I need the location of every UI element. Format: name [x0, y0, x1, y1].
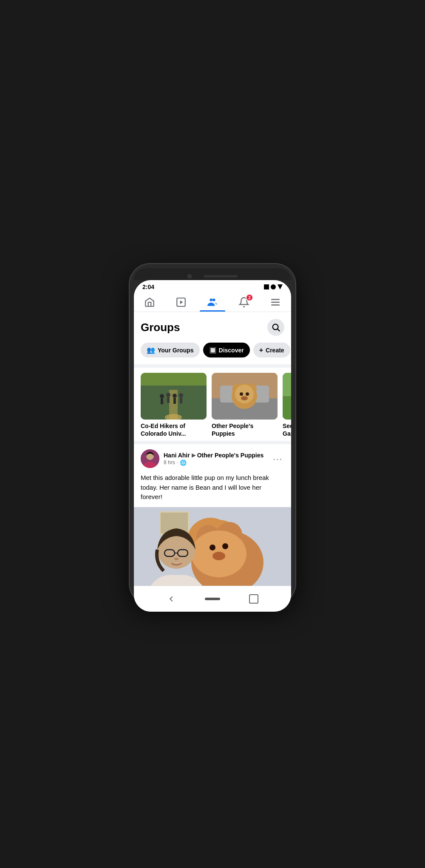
signal-icon	[271, 284, 276, 289]
recents-button[interactable]	[246, 591, 261, 607]
svg-point-15	[166, 393, 170, 397]
wifi-icon	[278, 284, 283, 289]
nav-menu[interactable]	[260, 292, 291, 312]
post-avatar	[141, 449, 159, 468]
svg-point-7	[273, 324, 278, 330]
post-header: Hani Ahir ▶ Other People's Puppies 8 hrs…	[134, 444, 291, 473]
svg-line-8	[278, 329, 280, 331]
your-groups-label: Your Groups	[158, 347, 194, 354]
post-author-line: Hani Ahir ▶ Other People's Puppies	[164, 452, 267, 459]
filter-discover[interactable]: 🔲 Discover	[203, 343, 250, 357]
post-time: 8 hrs	[164, 460, 175, 465]
create-icon: +	[259, 346, 263, 354]
svg-marker-1	[180, 301, 183, 304]
nav-watch[interactable]	[165, 292, 197, 312]
svg-point-27	[235, 385, 254, 403]
svg-point-19	[179, 393, 183, 397]
group-name-garden: Secrets to Seasonal Gard...	[283, 422, 291, 437]
discover-icon: 🔲	[209, 347, 216, 354]
phone-screen: 2:04	[134, 280, 291, 612]
search-button[interactable]	[267, 319, 284, 336]
group-name-puppies: Other People's Puppies	[212, 422, 278, 437]
home-pill	[205, 598, 220, 600]
post-meta: Hani Ahir ▶ Other People's Puppies 8 hrs…	[164, 452, 267, 466]
back-button[interactable]	[164, 591, 179, 607]
group-card-garden[interactable]: Secrets to Seasonal Gard...	[283, 373, 291, 437]
status-icons	[264, 284, 283, 289]
filter-pills: 👥 Your Groups 🔲 Discover + Create	[134, 339, 291, 364]
home-icon	[144, 296, 156, 308]
globe-icon: 🌐	[180, 460, 187, 466]
group-image-hikers	[141, 373, 207, 420]
create-label: Create	[266, 347, 284, 354]
svg-point-57	[222, 543, 228, 549]
group-card-puppies[interactable]: Other People's Puppies	[212, 373, 278, 437]
post-text: Met this adorable little pup on my lunch…	[134, 473, 291, 507]
groups-carousel: Co-Ed Hikers of Colorado Univ...	[134, 368, 291, 441]
groups-header: Groups	[134, 312, 291, 339]
post-dot: ·	[177, 460, 178, 465]
top-navigation: 2	[134, 292, 291, 312]
svg-rect-14	[161, 398, 163, 404]
arrow-icon: ▶	[192, 452, 196, 458]
main-content: Groups 👥 Your Groups 🔲 Discover	[134, 312, 291, 586]
group-image-puppies	[212, 373, 278, 420]
avatar-image	[141, 449, 159, 468]
battery-icon	[264, 284, 269, 289]
svg-point-13	[160, 394, 164, 398]
square-icon	[249, 594, 258, 604]
phone-device: 2:04	[130, 264, 295, 604]
svg-point-30	[241, 396, 248, 400]
status-bar: 2:04	[134, 280, 291, 292]
svg-rect-32	[283, 396, 291, 420]
svg-point-56	[210, 545, 215, 550]
svg-point-17	[173, 394, 177, 398]
bottom-navigation	[134, 586, 291, 612]
post-group-name: Other People's Puppies	[197, 452, 264, 459]
svg-rect-16	[167, 397, 170, 403]
svg-point-2	[210, 298, 213, 301]
svg-rect-20	[180, 397, 182, 403]
status-time: 2:04	[142, 284, 154, 290]
svg-point-58	[212, 552, 225, 560]
speaker	[204, 275, 238, 278]
discover-label: Discover	[219, 347, 244, 354]
nav-home[interactable]	[134, 292, 165, 312]
watch-icon	[175, 296, 187, 308]
more-options-button[interactable]: ···	[271, 452, 284, 465]
filter-your-groups[interactable]: 👥 Your Groups	[141, 343, 200, 357]
your-groups-icon: 👥	[147, 346, 155, 354]
notification-icon-wrap: 2	[238, 296, 250, 308]
notification-badge: 2	[246, 294, 253, 301]
svg-point-28	[240, 392, 243, 396]
svg-point-3	[212, 298, 215, 301]
svg-point-29	[246, 392, 249, 396]
divider-1	[134, 364, 291, 368]
nav-groups[interactable]	[197, 292, 228, 312]
filter-create[interactable]: + Create	[253, 343, 290, 357]
post-time-line: 8 hrs · 🌐	[164, 460, 267, 466]
post-author: Hani Ahir	[164, 452, 190, 459]
post-image	[134, 507, 291, 586]
group-card-hikers[interactable]: Co-Ed Hikers of Colorado Univ...	[141, 373, 207, 437]
home-button[interactable]	[205, 591, 220, 607]
svg-point-63	[174, 558, 178, 560]
post-card: Hani Ahir ▶ Other People's Puppies 8 hrs…	[134, 444, 291, 586]
menu-icon	[269, 296, 281, 308]
group-image-garden	[283, 373, 291, 420]
nav-notifications[interactable]: 2	[228, 292, 260, 312]
groups-icon	[207, 296, 218, 308]
page-title: Groups	[141, 321, 180, 334]
group-name-hikers: Co-Ed Hikers of Colorado Univ...	[141, 422, 207, 437]
svg-rect-18	[173, 398, 176, 404]
front-camera	[187, 274, 192, 278]
